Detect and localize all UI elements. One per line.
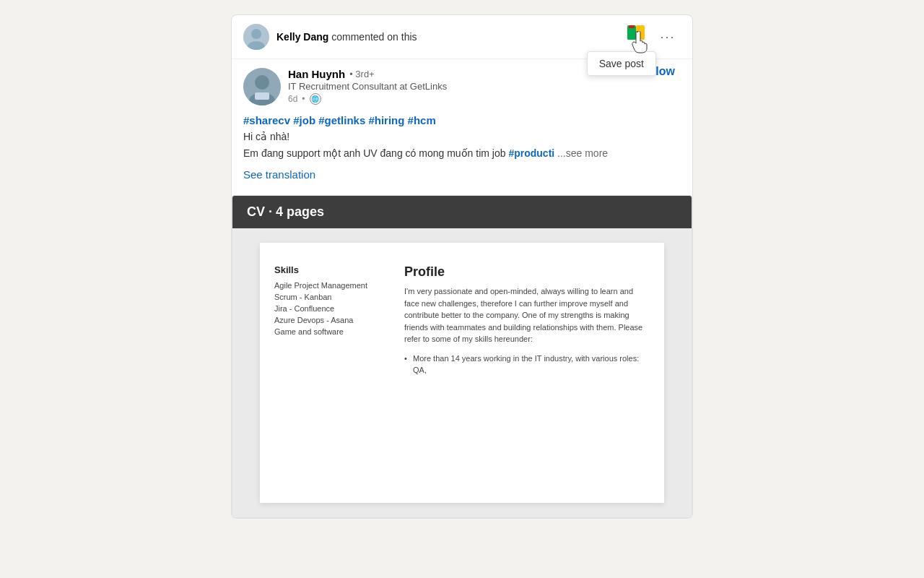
commenter-name[interactable]: Kelly Dang — [276, 31, 328, 43]
post-meta: 6d • 🌐 — [288, 93, 623, 105]
svg-point-1 — [251, 29, 261, 39]
globe-icon: 🌐 — [310, 93, 321, 105]
separator: • — [302, 94, 305, 104]
cv-skill-1: Agile Project Management — [274, 281, 390, 290]
post-card: Kelly Dang commented on this — [231, 14, 693, 519]
cv-skills-title: Skills — [274, 264, 390, 275]
svg-rect-7 — [629, 25, 635, 28]
cv-body: Skills Agile Project Management Scrum - … — [232, 228, 692, 517]
cv-left-column: Skills Agile Project Management Scrum - … — [274, 264, 390, 488]
see-translation-button[interactable]: See translation — [243, 168, 681, 181]
cv-skill-4: Azure Devops - Asana — [274, 316, 390, 324]
cv-document: CV · 4 pages Skills Agile Project Manage… — [232, 195, 692, 518]
author-degree: • 3rd+ — [349, 69, 375, 79]
author-info: Han Huynh • 3rd+ IT Recruitment Consulta… — [288, 68, 623, 105]
author-name-row: Han Huynh • 3rd+ — [288, 68, 623, 80]
notification-actions: Save post ··· — [623, 24, 681, 50]
post-body: Hi cả nhà! Em đang support một anh UV đa… — [243, 129, 681, 161]
commenter-avatar — [243, 24, 269, 50]
save-post-tooltip: Save post — [587, 51, 656, 76]
notification-bar: Kelly Dang commented on this — [232, 15, 692, 59]
cv-right-column: Profile I'm very passionate and open-min… — [404, 264, 650, 488]
cv-profile-title: Profile — [404, 264, 650, 280]
save-post-button[interactable]: Save post — [623, 24, 649, 50]
cv-skill-2: Scrum - Kanban — [274, 293, 390, 301]
see-more-link[interactable]: ...see more — [557, 147, 608, 159]
bookmark-icon — [626, 25, 646, 48]
cv-page: Skills Agile Project Management Scrum - … — [260, 243, 664, 503]
cv-skill-3: Jira - Confluence — [274, 304, 390, 313]
author-avatar[interactable] — [243, 68, 281, 105]
author-title[interactable]: IT Recruitment Consultant at GetLinks — [288, 81, 623, 92]
svg-point-9 — [255, 75, 269, 90]
cv-skill-5: Game and software — [274, 327, 390, 336]
cv-bullet-1: More than 14 years working in the IT ind… — [404, 353, 650, 376]
cv-profile-text: I'm very passionate and open-minded, alw… — [404, 285, 650, 345]
post-line-2: Em đang support một anh UV đang có mong … — [243, 146, 681, 161]
more-options-button[interactable]: ··· — [655, 24, 681, 50]
svg-rect-11 — [255, 92, 269, 100]
author-name[interactable]: Han Huynh — [288, 68, 345, 80]
notification-text: Kelly Dang commented on this — [276, 31, 623, 43]
post-content: Han Huynh • 3rd+ IT Recruitment Consulta… — [232, 59, 692, 189]
comment-action: commented on this — [331, 31, 417, 43]
inline-hashtag[interactable]: #producti — [508, 147, 554, 159]
post-hashtags[interactable]: #sharecv #job #getlinks #hiring #hcm — [243, 114, 681, 126]
cv-header: CV · 4 pages — [232, 196, 692, 228]
post-time: 6d — [288, 94, 297, 104]
post-line-1: Hi cả nhà! — [243, 129, 681, 144]
